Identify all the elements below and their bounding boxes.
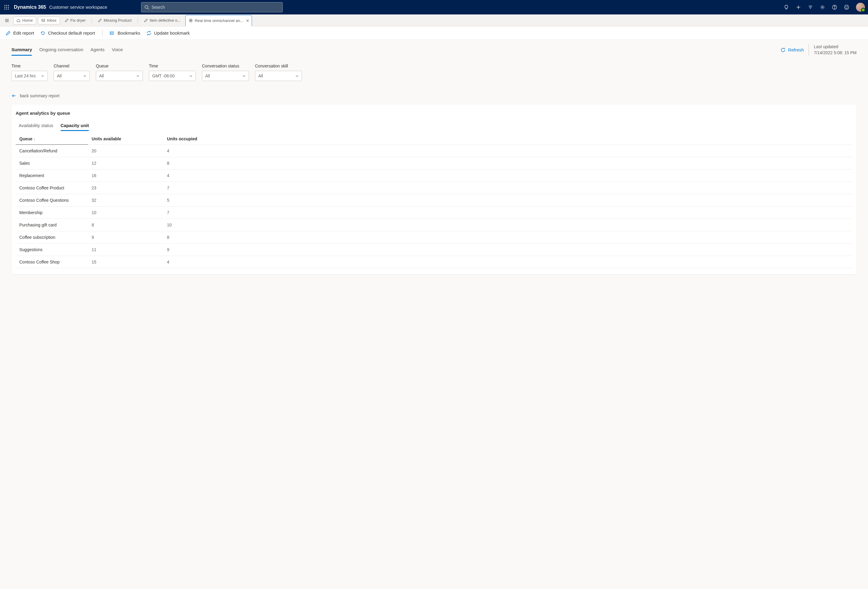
subtab-availability[interactable]: Availability status [19, 121, 53, 131]
table-row[interactable]: Purchasing gift card810 [16, 219, 852, 231]
command-bar: Edit report Checkout default report Book… [0, 27, 868, 40]
subtab-capacity[interactable]: Capacity unit [61, 121, 89, 131]
filter-label: Time [12, 63, 47, 68]
col-queue[interactable]: Queue↑ [16, 133, 88, 144]
table-row[interactable]: Suggestions119 [16, 244, 852, 256]
report-pivot: Summary Ongoing conversation Agents Voic… [12, 44, 123, 56]
tab-fix-dryer[interactable]: Fix dryer [62, 15, 89, 27]
tab-realtime-omnichannel[interactable]: Real time omnichannel an... [185, 15, 252, 27]
cell-available: 9 [88, 231, 163, 244]
chevron-down-icon [83, 74, 87, 78]
queue-dropdown[interactable]: All [96, 71, 143, 81]
edit-report-button[interactable]: Edit report [6, 30, 34, 36]
time-dropdown[interactable]: Last 24 hrs [12, 71, 47, 81]
cmd-label: Bookmarks [118, 30, 140, 35]
close-icon[interactable] [246, 19, 249, 22]
report-content: Summary Ongoing conversation Agents Voic… [0, 40, 868, 589]
filter-time2: Time GMT -08:00 [149, 63, 196, 81]
table-row[interactable]: Contoso Coffee Shop154 [16, 256, 852, 268]
sort-asc-icon: ↑ [34, 137, 35, 141]
skill-dropdown[interactable]: All [255, 71, 302, 81]
inbox-icon [41, 18, 45, 22]
cell-queue: Purchasing gift card [16, 219, 88, 231]
chevron-down-icon [242, 74, 246, 78]
inbox-button[interactable]: Inbox [38, 16, 60, 24]
checkout-default-button[interactable]: Checkout default report [40, 30, 95, 36]
timezone-dropdown[interactable]: GMT -08:00 [149, 71, 196, 81]
back-link[interactable]: back summary report [12, 93, 856, 99]
tab-missing-product[interactable]: Missing Product [95, 15, 134, 27]
header-actions [784, 3, 865, 12]
svg-point-5 [8, 7, 9, 8]
refresh-label: Refresh [788, 47, 804, 52]
gear-icon[interactable] [820, 4, 825, 10]
cmd-label: Checkout default report [48, 30, 95, 35]
last-updated: Last updated 7/14/2022 5:08: 15 PM [809, 44, 856, 56]
table-row[interactable]: Cancellation/Refund204 [16, 144, 852, 157]
home-button[interactable]: Home [13, 16, 36, 24]
filter-label: Time [149, 63, 196, 68]
tab-item-defective[interactable]: Item defective o... [141, 15, 184, 27]
pivot-voice[interactable]: Voice [112, 44, 123, 56]
dropdown-value: All [258, 74, 263, 78]
cell-available: 15 [88, 256, 163, 268]
edit-icon [144, 18, 148, 22]
table-row[interactable]: Membership107 [16, 206, 852, 219]
channel-dropdown[interactable]: All [54, 71, 90, 81]
cell-queue: Contoso Coffee Shop [16, 256, 88, 268]
status-dropdown[interactable]: All [202, 71, 249, 81]
bookmarks-button[interactable]: Bookmarks [110, 30, 140, 36]
help-icon[interactable] [832, 4, 837, 10]
inbox-label: Inbox [47, 18, 57, 23]
card-title: Agent analytics by queue [16, 110, 852, 116]
cell-available: 10 [88, 206, 163, 219]
edit-icon [65, 18, 69, 22]
pivot-summary[interactable]: Summary [12, 44, 32, 56]
pivot-agents[interactable]: Agents [90, 44, 105, 56]
pivot-ongoing[interactable]: Ongoing conversation [39, 44, 83, 56]
target-icon [189, 18, 193, 23]
global-search[interactable] [141, 2, 283, 12]
svg-point-29 [190, 20, 191, 21]
table-row[interactable]: Replacement164 [16, 169, 852, 182]
workspace-name: Customer service workspace [49, 4, 107, 10]
plus-icon[interactable] [796, 4, 801, 10]
last-updated-label: Last updated [814, 44, 856, 50]
home-label: Home [22, 18, 33, 23]
tab-label: Missing Product [104, 18, 131, 23]
svg-point-21 [846, 7, 846, 7]
col-occupied[interactable]: Units occupied [163, 133, 852, 144]
filter-label: Conversation skill [255, 63, 302, 68]
dropdown-value: All [99, 74, 104, 78]
refresh-button[interactable]: Refresh [780, 47, 804, 53]
app-launcher-icon[interactable] [3, 4, 10, 11]
cell-queue: Coffee subscription [16, 231, 88, 244]
capacity-table: Queue↑ Units available Units occupied Ca… [16, 133, 852, 268]
cell-queue: Cancellation/Refund [16, 144, 88, 157]
table-row[interactable]: Contoso Coffee Product237 [16, 182, 852, 194]
filter-bar: Time Last 24 hrs Channel All Queue All T… [12, 63, 856, 81]
update-bookmark-button[interactable]: Update bookmark [146, 30, 190, 36]
table-row[interactable]: Coffee subscription98 [16, 231, 852, 244]
cell-queue: Contoso Coffee Questions [16, 194, 88, 206]
search-input[interactable] [152, 5, 279, 10]
filter-label: Queue [96, 63, 143, 68]
filter-status: Conversation status All [202, 63, 249, 81]
chevron-down-icon [41, 74, 44, 78]
table-row[interactable]: Sales128 [16, 157, 852, 169]
hamburger-icon[interactable] [2, 16, 12, 24]
table-row[interactable]: Contoso Coffee Questions325 [16, 194, 852, 206]
chevron-down-icon [136, 74, 140, 78]
filter-skill: Conversation skill All [255, 63, 302, 81]
svg-point-0 [4, 5, 6, 6]
card-subtabs: Availability status Capacity unit [19, 121, 852, 131]
lightbulb-icon[interactable] [784, 4, 789, 10]
smiley-icon[interactable] [844, 4, 849, 10]
filter-icon[interactable] [808, 4, 813, 10]
filter-channel: Channel All [54, 63, 90, 81]
cell-queue: Contoso Coffee Product [16, 182, 88, 194]
col-available[interactable]: Units available [88, 133, 163, 144]
user-avatar[interactable] [856, 3, 865, 12]
svg-point-2 [8, 5, 9, 6]
cell-occupied: 4 [163, 144, 852, 157]
